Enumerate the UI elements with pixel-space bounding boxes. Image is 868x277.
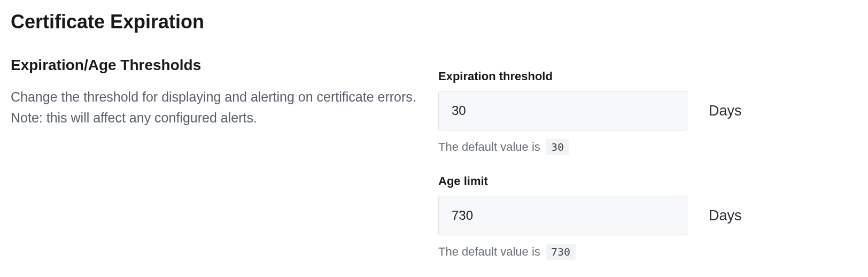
expiration-default-value: 30 (546, 139, 569, 155)
expiration-threshold-input-row: Days (438, 91, 857, 130)
age-limit-label: Age limit (438, 174, 857, 188)
age-limit-input[interactable] (438, 196, 687, 235)
expiration-threshold-unit: Days (709, 103, 742, 119)
age-limit-input-row: Days (438, 196, 857, 235)
expiration-helper-prefix: The default value is (438, 140, 540, 153)
settings-row: Expiration/Age Thresholds Change the thr… (11, 57, 857, 277)
section-subtitle: Expiration/Age Thresholds (11, 57, 417, 74)
expiration-threshold-label: Expiration threshold (438, 70, 857, 83)
expiration-threshold-field: Expiration threshold Days The default va… (438, 70, 857, 155)
page-title: Certificate Expiration (11, 11, 857, 33)
expiration-threshold-helper: The default value is 30 (438, 139, 857, 155)
section-description: Change the threshold for displaying and … (11, 87, 417, 128)
age-default-value: 730 (546, 244, 576, 260)
fields-column: Expiration threshold Days The default va… (438, 57, 857, 277)
age-limit-field: Age limit Days The default value is 730 (438, 174, 857, 260)
age-helper-prefix: The default value is (438, 245, 540, 258)
expiration-threshold-input[interactable] (438, 91, 687, 130)
description-column: Expiration/Age Thresholds Change the thr… (11, 57, 417, 277)
age-limit-unit: Days (709, 207, 742, 224)
age-limit-helper: The default value is 730 (438, 244, 857, 260)
